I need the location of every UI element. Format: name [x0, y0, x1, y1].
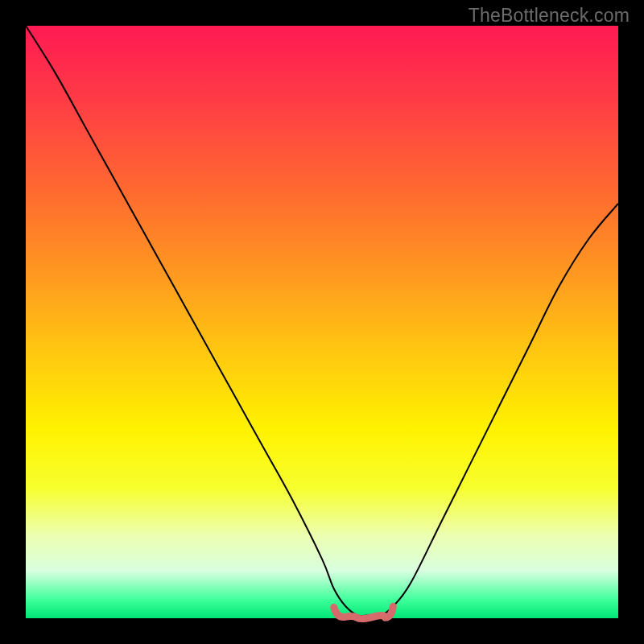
chart-frame: TheBottleneck.com [0, 0, 644, 644]
bottleneck-curve [26, 26, 618, 616]
watermark-text: TheBottleneck.com [469, 5, 630, 27]
trough-marker [334, 606, 394, 618]
plot-area [26, 26, 618, 618]
curve-layer [26, 26, 618, 618]
